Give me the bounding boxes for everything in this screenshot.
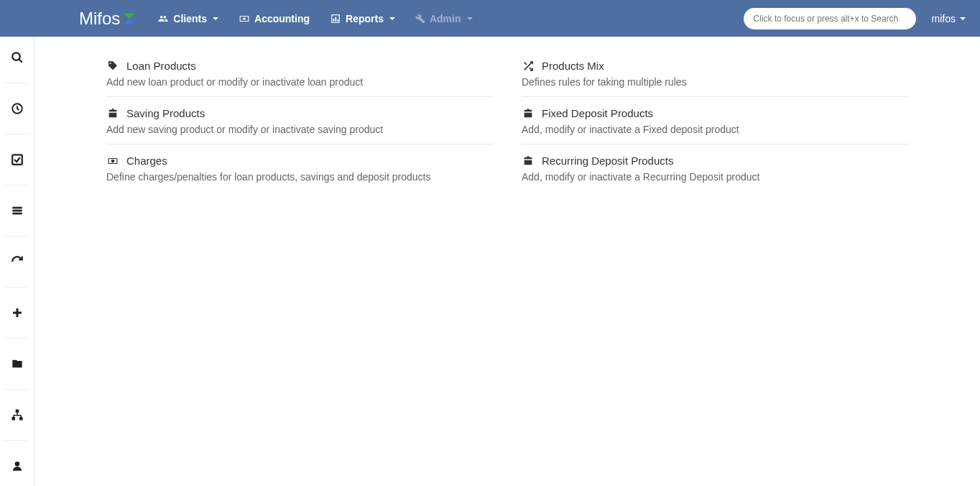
svg-rect-5 [333, 19, 335, 22]
item-title: Fixed Deposit Products [542, 107, 653, 119]
divider [5, 389, 29, 390]
list-icon [11, 205, 24, 216]
nav-accounting[interactable]: Accounting [239, 13, 310, 24]
item-charges-link[interactable]: Charges [106, 155, 493, 167]
item-desc: Define charges/penalties for loan produc… [106, 171, 493, 183]
svg-rect-12 [12, 207, 22, 209]
item-products-mix-link[interactable]: Products Mix [522, 60, 908, 72]
item-title: Loan Products [126, 60, 196, 72]
sidebar-search[interactable] [9, 50, 25, 65]
plus-icon [11, 306, 24, 319]
folder-icon [11, 358, 24, 370]
search-input[interactable] [754, 14, 906, 24]
svg-marker-0 [124, 13, 134, 18]
search-icon [11, 51, 24, 64]
topbar: Mifos Clients Accounting Reports Admin m… [0, 0, 980, 37]
item-saving-products-link[interactable]: Saving Products [106, 107, 493, 119]
nav-clients[interactable]: Clients [157, 13, 218, 24]
item-desc: Add new loan product or modify or inacti… [106, 76, 493, 88]
briefcase-icon [106, 109, 119, 119]
logo-mark-icon [123, 12, 136, 25]
svg-line-9 [19, 59, 22, 63]
refresh-icon [11, 255, 24, 268]
sidebar-add[interactable] [9, 305, 25, 321]
money-icon [106, 156, 119, 166]
nav-admin[interactable]: Admin [415, 13, 473, 24]
briefcase-icon [522, 109, 535, 119]
sidebar-user[interactable] [9, 458, 25, 474]
top-nav: Clients Accounting Reports Admin [157, 13, 743, 24]
svg-point-30 [111, 160, 114, 162]
nav-reports-label: Reports [346, 13, 384, 24]
item-loan-products-link[interactable]: Loan Products [106, 60, 493, 72]
item-fixed-deposit-link[interactable]: Fixed Deposit Products [522, 107, 908, 119]
svg-point-24 [14, 462, 19, 467]
item-charges: Charges Define charges/penalties for loa… [106, 145, 493, 191]
caret-icon [213, 17, 218, 20]
dashboard-icon [11, 102, 24, 115]
item-desc: Add new saving product or modify or inac… [106, 124, 493, 135]
sidebar-folder[interactable] [9, 356, 25, 372]
users-icon [157, 14, 169, 24]
sidebar-org[interactable] [9, 407, 25, 423]
item-title: Charges [126, 155, 167, 167]
svg-point-8 [12, 52, 20, 60]
item-saving-products: Saving Products Add new saving product o… [106, 97, 493, 145]
divider [5, 287, 29, 288]
sidebar-dashboard[interactable] [9, 101, 25, 116]
user-label: mifos [932, 13, 956, 24]
svg-rect-7 [337, 19, 338, 21]
logo[interactable]: Mifos [79, 9, 136, 29]
nav-clients-label: Clients [173, 13, 207, 24]
item-title: Recurring Deposit Products [542, 155, 673, 167]
svg-rect-18 [11, 417, 15, 421]
divider [5, 338, 29, 339]
divider [5, 83, 29, 83]
sidebar-list[interactable] [9, 203, 25, 219]
item-products-mix: Products Mix Defines rules for taking mu… [522, 50, 908, 97]
svg-point-3 [243, 17, 246, 20]
nav-reports[interactable]: Reports [330, 13, 395, 24]
right-column: Products Mix Defines rules for taking mu… [522, 50, 908, 191]
nav-admin-label: Admin [430, 13, 461, 24]
sidebar [0, 37, 34, 486]
wrench-icon [415, 14, 425, 24]
search-box[interactable] [744, 8, 916, 29]
item-loan-products: Loan Products Add new loan product or mo… [106, 50, 493, 97]
briefcase-icon [522, 156, 535, 166]
caret-icon [960, 17, 966, 20]
item-title: Products Mix [542, 60, 604, 72]
divider [5, 185, 29, 185]
main-content: Loan Products Add new loan product or mo… [34, 37, 980, 486]
user-menu[interactable]: mifos [932, 13, 966, 24]
caret-icon [467, 17, 473, 20]
item-recurring-deposit-link[interactable]: Recurring Deposit Products [522, 155, 908, 167]
money-icon [239, 14, 250, 24]
sidebar-refresh[interactable] [9, 254, 25, 270]
caret-icon [389, 17, 395, 20]
left-column: Loan Products Add new loan product or mo… [106, 50, 493, 191]
svg-rect-17 [15, 410, 19, 413]
item-desc: Defines rules for taking multiple rules [522, 76, 908, 88]
check-icon [11, 153, 24, 166]
item-recurring-deposit: Recurring Deposit Products Add, modify o… [522, 145, 908, 191]
svg-rect-13 [12, 210, 22, 212]
divider [5, 236, 29, 237]
item-desc: Add, modify or inactivate a Fixed deposi… [522, 124, 908, 135]
svg-line-33 [524, 62, 527, 64]
svg-rect-6 [335, 17, 336, 21]
item-fixed-deposit: Fixed Deposit Products Add, modify or in… [522, 97, 908, 145]
sidebar-check[interactable] [9, 152, 25, 168]
svg-rect-11 [12, 155, 22, 165]
item-title: Saving Products [126, 107, 205, 119]
sitemap-icon [11, 408, 24, 421]
svg-marker-1 [124, 19, 134, 24]
tag-icon [106, 61, 119, 71]
shuffle-icon [522, 61, 535, 71]
divider [5, 134, 29, 134]
item-desc: Add, modify or inactivate a Recurring De… [522, 171, 908, 183]
divider [5, 440, 29, 441]
logo-text: Mifos [79, 9, 120, 29]
svg-rect-19 [19, 417, 23, 421]
chart-icon [330, 14, 341, 24]
